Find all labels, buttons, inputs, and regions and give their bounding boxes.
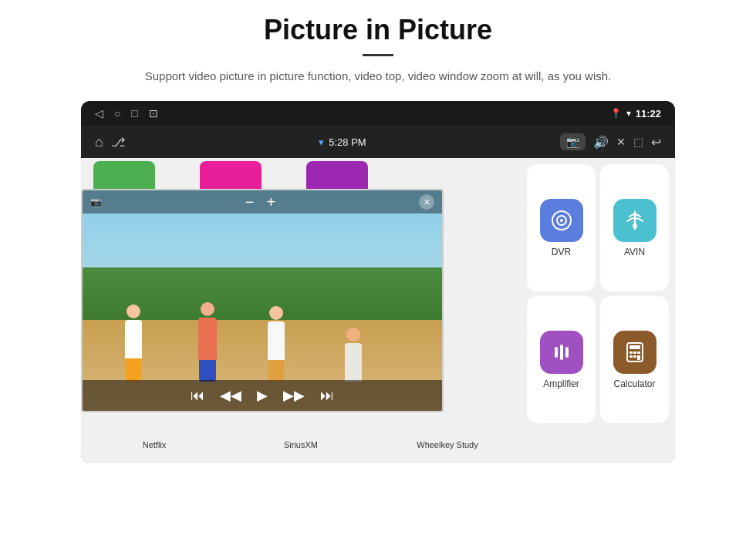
svg-point-2 (560, 219, 563, 222)
avin-app-icon (613, 199, 656, 242)
dvr-icon-svg (550, 209, 573, 232)
pip-minus-button[interactable]: − (245, 193, 255, 211)
calculator-label: Calculator (613, 378, 655, 389)
camera-icon: 📷 (566, 136, 579, 148)
pip-playbar: ⏮ ◀◀ ▶ ▶▶ ⏭ (83, 380, 442, 411)
page-wrapper: Picture in Picture Support video picture… (0, 0, 756, 538)
home-icon[interactable]: ⌂ (95, 134, 103, 150)
play-pause-button[interactable]: ▶ (257, 387, 268, 404)
label-netflix[interactable]: Netflix (81, 440, 228, 449)
main-content: 📷 − + ✕ (81, 158, 675, 463)
calculator-app-icon (613, 331, 656, 374)
pip-header: 📷 − + ✕ (83, 190, 442, 214)
svg-rect-15 (637, 355, 640, 360)
camera-button[interactable]: 📷 (560, 133, 586, 150)
app-bar: ⌂ ⎇ ▾ 5:28 PM 📷 🔊 ✕ ⬚ ↩ (81, 126, 675, 158)
svg-rect-12 (637, 351, 640, 354)
rewind-button[interactable]: ◀◀ (220, 387, 241, 404)
status-bar: ◁ ○ □ ⊡ 📍 ▾ 11:22 (81, 101, 675, 126)
app-bar-time: 5:28 PM (329, 136, 366, 148)
app-bar-center: ▾ 5:28 PM (319, 136, 366, 148)
svg-rect-6 (560, 345, 563, 360)
figure-1 (125, 304, 142, 382)
pip-header-left: 📷 (90, 197, 102, 207)
recents-nav-icon[interactable]: □ (131, 107, 137, 119)
pip-plus-button[interactable]: + (267, 193, 276, 211)
title-divider (363, 54, 393, 56)
back-nav-icon[interactable]: ◁ (95, 107, 103, 119)
pip-close-icon: ✕ (424, 197, 430, 207)
svg-rect-5 (555, 347, 558, 358)
watermark: YCZ90 (643, 413, 667, 422)
pip-icon[interactable]: ⬚ (633, 136, 643, 148)
calculator-icon-svg (623, 341, 646, 364)
forward-button[interactable]: ▶▶ (283, 387, 305, 404)
dvr-label: DVR (552, 247, 571, 257)
status-time: 11:22 (636, 108, 661, 119)
pip-window[interactable]: 📷 − + ✕ (81, 189, 444, 412)
avin-label: AVIN (624, 247, 645, 257)
back-icon[interactable]: ↩ (651, 135, 661, 150)
prev-button[interactable]: ⏮ (191, 388, 204, 404)
screenshot-nav-icon[interactable]: ⊡ (149, 107, 158, 119)
close-icon[interactable]: ✕ (616, 136, 626, 148)
app-bar-right: 📷 🔊 ✕ ⬚ ↩ (560, 133, 661, 150)
status-bar-left: ◁ ○ □ ⊡ (95, 107, 158, 119)
device-frame: ◁ ○ □ ⊡ 📍 ▾ 11:22 ⌂ ⎇ ▾ 5:28 PM (81, 101, 675, 463)
svg-rect-14 (633, 355, 636, 358)
status-bar-right: 📍 ▾ 11:22 (610, 108, 661, 119)
label-siriusxm[interactable]: SiriusXM (228, 440, 374, 449)
wifi-icon: ▾ (626, 108, 631, 119)
app-card-amplifier[interactable]: Amplifier (527, 296, 596, 423)
svg-rect-11 (633, 351, 636, 354)
page-title: Picture in Picture (264, 14, 492, 46)
app-labels-row: Netflix SiriusXM Wheelkey Study (81, 426, 521, 463)
app-card-calculator[interactable]: Calculator (600, 296, 669, 423)
svg-rect-7 (565, 347, 569, 358)
wifi-status-icon: ▾ (319, 136, 324, 148)
app-card-dvr[interactable]: DVR (527, 164, 596, 291)
svg-rect-10 (629, 351, 633, 354)
app-card-avin[interactable]: AVIN (600, 164, 669, 291)
left-panel: 📷 − + ✕ (81, 158, 521, 463)
amplifier-icon-svg (550, 341, 573, 364)
dvr-app-icon (540, 199, 583, 242)
avin-icon-svg (623, 209, 646, 232)
volume-icon[interactable]: 🔊 (593, 135, 609, 150)
location-icon: 📍 (610, 108, 622, 119)
home-nav-icon[interactable]: ○ (114, 107, 120, 119)
amplifier-app-icon (540, 331, 583, 374)
figure-4 (345, 328, 362, 382)
svg-rect-9 (629, 345, 640, 349)
video-scene: ⏮ ◀◀ ▶ ▶▶ ⏭ (83, 190, 442, 411)
usb-icon: ⎇ (111, 135, 125, 150)
pip-camera-icon: 📷 (90, 197, 102, 207)
label-wheelkey[interactable]: Wheelkey Study (374, 440, 521, 449)
next-button[interactable]: ⏭ (320, 388, 334, 404)
pip-controls-center: − + (245, 193, 275, 211)
figure-3 (268, 306, 285, 382)
svg-rect-13 (629, 355, 633, 358)
app-bar-left: ⌂ ⎇ (95, 134, 125, 150)
figure-2 (198, 302, 217, 382)
svg-point-4 (633, 224, 637, 228)
pip-close-button[interactable]: ✕ (419, 194, 434, 210)
amplifier-label: Amplifier (543, 378, 579, 389)
page-subtitle: Support video picture in picture functio… (145, 67, 611, 86)
